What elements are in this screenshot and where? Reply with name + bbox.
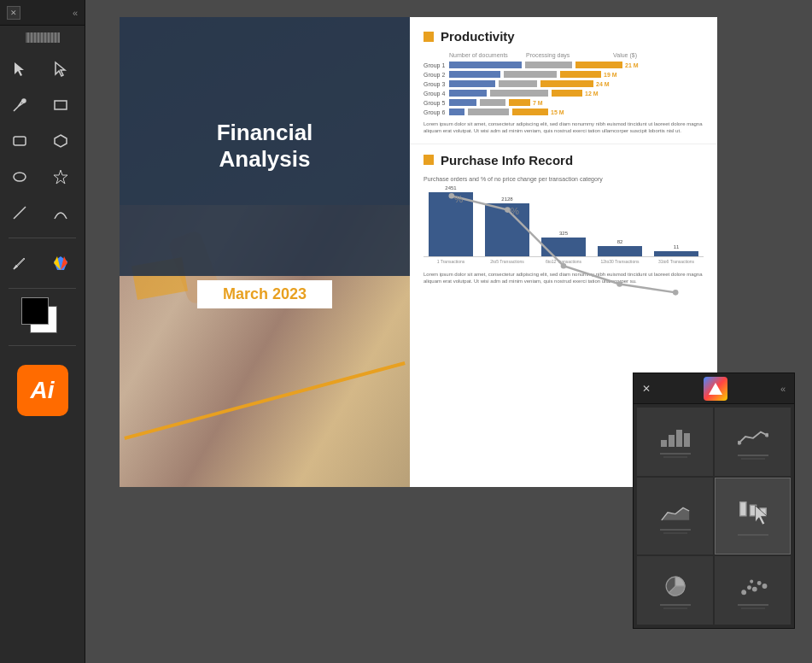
- widget-panel: ✕ «: [633, 373, 795, 629]
- bar-label-3: Group 3: [424, 81, 449, 87]
- bar-label-5: Group 5: [424, 100, 449, 106]
- line-tool-button[interactable]: [3, 197, 36, 229]
- purchase-title-icon: [424, 155, 434, 165]
- foreground-color-swatch[interactable]: [21, 297, 49, 325]
- bar-row-3: Group 3 24 M: [424, 80, 704, 87]
- polygon-tool-button[interactable]: [44, 125, 77, 157]
- bar-grey-6: [468, 109, 509, 115]
- color-swatch-area: [21, 297, 64, 340]
- bar-label-4: Group 4: [424, 91, 449, 97]
- svg-point-26: [752, 587, 757, 591]
- svg-point-12: [561, 263, 567, 269]
- rectangle-tool-button[interactable]: [44, 89, 77, 121]
- pencil-tool-button[interactable]: [3, 247, 36, 279]
- header-days: Processing days: [526, 52, 586, 58]
- toolbar-header: ✕ «: [0, 0, 85, 26]
- bar-blue-1: [449, 62, 522, 68]
- widget-scatter-chart-icon: [738, 574, 768, 598]
- bar-row-2: Group 2 19 M: [424, 71, 704, 78]
- bar-orange-6: [512, 109, 548, 115]
- svg-text:%: %: [454, 194, 463, 204]
- widget-label-5: [660, 529, 691, 531]
- header-documents: Number of documents: [449, 52, 526, 58]
- rectangle2-tool-button[interactable]: [3, 125, 36, 157]
- svg-point-25: [747, 586, 751, 590]
- purchase-chart: 2451 2128 325 82: [424, 189, 704, 257]
- widget-logo: [704, 377, 727, 401]
- bar-grey-3: [499, 80, 537, 87]
- cursor-icon: [747, 503, 778, 527]
- widget-close-button[interactable]: ✕: [642, 383, 651, 395]
- main-canvas: Financial Analysis March 2023 Productivi…: [85, 0, 812, 663]
- productivity-title-icon: [424, 32, 434, 42]
- header-value: Value ($): [586, 52, 637, 58]
- toolbar-barcode: [26, 32, 60, 43]
- ellipse-tool-button[interactable]: [3, 161, 36, 193]
- widget-label-12: [741, 607, 765, 609]
- bar-label-1: Group 1: [424, 62, 449, 68]
- cover-date-box: March 2023: [197, 280, 332, 308]
- svg-marker-5: [54, 170, 67, 184]
- toolbar-divider-3: [9, 345, 76, 346]
- purchase-title: Purchase Info Record: [424, 153, 704, 167]
- purchase-line-chart: % %: [424, 189, 704, 301]
- bar-value-5: 7 M: [533, 100, 543, 106]
- svg-point-18: [765, 434, 768, 437]
- bar-grey-2: [504, 71, 557, 78]
- widget-area-chart-cell[interactable]: [637, 478, 713, 555]
- curve-tool-button[interactable]: [44, 197, 77, 229]
- widget-label-11: [738, 604, 768, 606]
- svg-point-24: [741, 590, 745, 595]
- widget-label-6: [663, 532, 687, 534]
- widget-label-8: [741, 537, 765, 539]
- widget-column-chart-cell[interactable]: [715, 478, 791, 555]
- widget-label-9: [660, 604, 691, 606]
- widget-area-chart-icon: [660, 499, 691, 523]
- select-tool-button[interactable]: [3, 53, 36, 85]
- productivity-title: Productivity: [424, 29, 704, 44]
- widget-label-2: [663, 456, 687, 458]
- toolbar-divider: [9, 238, 76, 238]
- bar-row-4: Group 4 12 M: [424, 90, 704, 97]
- widget-label-4: [741, 458, 765, 460]
- color-swatches[interactable]: [21, 297, 64, 340]
- left-toolbar: ✕ «: [0, 0, 85, 663]
- productivity-body-text: Lorem ipsum dolor sit amet, consectetur …: [424, 120, 704, 135]
- cover-overlay: Financial Analysis: [120, 17, 410, 276]
- color-picker-button[interactable]: [44, 247, 77, 279]
- direct-select-tool-button[interactable]: [44, 53, 77, 85]
- widget-logo-icon: [709, 383, 722, 395]
- widget-bar-chart-cell[interactable]: [637, 408, 713, 476]
- widget-label-3: [738, 455, 768, 456]
- bar-blue-6: [449, 109, 464, 115]
- widget-scatter-chart-cell[interactable]: [715, 556, 791, 625]
- widget-pie-chart-cell[interactable]: [637, 556, 713, 625]
- bar-blue-2: [449, 71, 500, 78]
- star-tool-button[interactable]: [44, 161, 77, 193]
- widget-header: ✕ «: [634, 373, 794, 404]
- bar-label-2: Group 2: [424, 72, 449, 78]
- svg-line-6: [14, 207, 26, 219]
- bar-value-1: 21 M: [625, 62, 639, 68]
- bar-orange-1: [575, 62, 622, 68]
- bar-value-3: 24 M: [596, 81, 610, 87]
- svg-point-13: [616, 281, 622, 287]
- bar-orange-5: [509, 99, 530, 106]
- tool-grid: [0, 50, 85, 232]
- svg-point-27: [757, 581, 761, 584]
- toolbar-collapse-button[interactable]: «: [73, 8, 78, 18]
- pen-tool-button[interactable]: [3, 89, 36, 121]
- widget-bar-chart-icon: [661, 426, 690, 447]
- bar-grey-1: [525, 62, 572, 68]
- widget-collapse-button[interactable]: «: [780, 384, 786, 394]
- widget-pie-chart-icon: [660, 574, 691, 598]
- cover-panel: Financial Analysis March 2023: [120, 17, 410, 487]
- bar-row-6: Group 6 15 M: [424, 109, 704, 115]
- svg-point-4: [14, 173, 26, 181]
- widget-chart-grid: [634, 404, 794, 628]
- widget-label-1: [660, 453, 691, 455]
- widget-line-chart-cell[interactable]: [715, 408, 791, 476]
- bar-blue-3: [449, 80, 495, 87]
- document-page: Financial Analysis March 2023 Productivi…: [120, 17, 717, 487]
- toolbar-close-button[interactable]: ✕: [7, 6, 20, 20]
